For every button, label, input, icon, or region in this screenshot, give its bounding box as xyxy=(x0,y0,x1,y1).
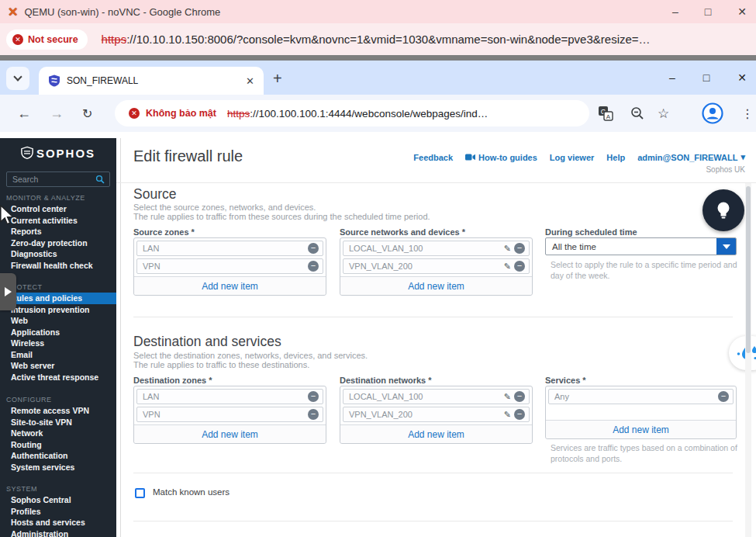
sidebar-search-input[interactable]: Search xyxy=(6,171,110,187)
add-new-item-button[interactable]: Add new item xyxy=(546,420,736,438)
source-zone-item[interactable]: LAN − xyxy=(136,241,323,256)
sidebar-item-rules-and-policies[interactable]: Rules and policies xyxy=(0,293,116,304)
edit-pencil-icon[interactable]: ✎ xyxy=(504,244,511,254)
menu-dots-icon[interactable]: ⋮ xyxy=(741,95,754,132)
sidebar-item-firewall-health-check[interactable]: Firewall health check xyxy=(0,260,116,272)
scrollbar-thumb[interactable] xyxy=(746,186,751,353)
nav-section-title: PROTECT xyxy=(0,282,116,293)
log-viewer-link[interactable]: Log viewer xyxy=(550,153,594,162)
howto-guides-label: How-to guides xyxy=(478,153,537,162)
novnc-control-handle[interactable] xyxy=(0,273,16,310)
edit-pencil-icon[interactable]: ✎ xyxy=(504,262,511,272)
zoom-out-icon[interactable] xyxy=(630,95,645,132)
remove-icon[interactable]: − xyxy=(514,261,525,272)
remove-icon[interactable]: − xyxy=(514,391,525,402)
destination-network-item[interactable]: LOCAL_VLAN_100 ✎− xyxy=(343,389,530,404)
destination-networks-box: LOCAL_VLAN_100 ✎− VPN_VLAN_200 ✎− Add ne… xyxy=(340,386,533,444)
tab-son-firewall[interactable]: SON_FIREWALL ✕ xyxy=(39,67,264,95)
edit-pencil-icon[interactable]: ✎ xyxy=(504,392,511,402)
howto-guides-link[interactable]: How-to guides xyxy=(465,153,537,162)
forward-icon[interactable]: → xyxy=(50,95,64,132)
handle-arrow-icon xyxy=(5,287,12,296)
service-item[interactable]: Any − xyxy=(548,389,734,404)
tips-fab-button[interactable] xyxy=(702,189,744,231)
add-new-item-button[interactable]: Add new item xyxy=(134,424,326,443)
match-known-users-label: Match known users xyxy=(153,487,230,497)
destination-network-item[interactable]: VPN_VLAN_200 ✎− xyxy=(343,407,530,422)
tab-close-icon[interactable]: ✕ xyxy=(246,75,254,87)
remove-icon[interactable]: − xyxy=(308,243,319,254)
sidebar-item-administration[interactable]: Administration xyxy=(0,528,116,537)
sidebar-item-email[interactable]: Email xyxy=(0,349,116,361)
sidebar-item-routing[interactable]: Routing xyxy=(0,439,116,451)
remove-icon[interactable]: − xyxy=(514,409,525,420)
sidebar-item-zero-day-protection[interactable]: Zero-day protection xyxy=(0,237,116,249)
remove-icon[interactable]: − xyxy=(308,261,319,272)
sidebar-item-wireless[interactable]: Wireless xyxy=(0,338,116,349)
url-rest: ://10.10.10.150:8006/?console=kvm&novnc=… xyxy=(126,33,650,46)
destination-zone-item[interactable]: VPN − xyxy=(136,407,323,422)
match-known-users-checkbox[interactable] xyxy=(135,488,145,498)
sidebar-item-applications[interactable]: Applications xyxy=(0,327,116,338)
bookmark-star-icon[interactable]: ☆ xyxy=(658,95,669,132)
sidebar-item-authentication[interactable]: Authentication xyxy=(0,450,116,462)
sidebar-item-active-threat-response[interactable]: Active threat response xyxy=(0,372,116,383)
sidebar-item-profiles[interactable]: Profiles xyxy=(0,506,116,518)
sophos-shield-icon xyxy=(21,146,33,160)
source-zone-item[interactable]: VPN − xyxy=(136,258,323,274)
sidebar-item-hosts-and-services[interactable]: Hosts and services xyxy=(0,517,116,528)
dropdown-arrow-icon[interactable] xyxy=(716,238,736,255)
inner-maximize-button[interactable]: □ xyxy=(703,71,709,84)
sidebar-item-site-to-site-vpn[interactable]: Site-to-site VPN xyxy=(0,417,116,428)
sidebar-item-reports[interactable]: Reports xyxy=(0,226,116,237)
source-network-item[interactable]: VPN_VLAN_200 ✎− xyxy=(343,258,530,274)
sidebar-item-remote-access-vpn[interactable]: Remote access VPN xyxy=(0,405,116,417)
sidebar-item-diagnostics[interactable]: Diagnostics xyxy=(0,248,116,260)
remove-icon[interactable]: − xyxy=(514,243,525,254)
item-label: VPN xyxy=(143,262,308,271)
inner-address-bar[interactable]: ✕ Không bảo mật https://100.100.100.1:44… xyxy=(115,100,589,126)
outer-not-secure-chip[interactable]: ✕ Not secure xyxy=(6,29,88,50)
help-link[interactable]: Help xyxy=(606,153,625,162)
remove-icon[interactable]: − xyxy=(308,391,319,402)
source-desc-1: Select the source zones, networks, and d… xyxy=(133,203,316,212)
add-new-item-button[interactable]: Add new item xyxy=(340,276,532,295)
services-box: Any − Add new item xyxy=(545,386,737,439)
profile-icon[interactable] xyxy=(701,95,724,132)
source-network-item[interactable]: LOCAL_VLAN_100 ✎− xyxy=(343,241,530,256)
edit-pencil-icon[interactable]: ✎ xyxy=(504,410,511,420)
schedule-dropdown[interactable]: All the time xyxy=(545,237,737,255)
toolbar-bottom-strip xyxy=(0,132,756,138)
outer-maximize-button[interactable]: □ xyxy=(705,5,711,18)
sidebar-item-current-activities[interactable]: Current activities xyxy=(0,215,116,227)
sidebar-item-system-services[interactable]: System services xyxy=(0,462,116,473)
reload-icon[interactable]: ↻ xyxy=(82,95,92,132)
new-tab-button[interactable]: + xyxy=(273,67,282,90)
sidebar-item-network[interactable]: Network xyxy=(0,428,116,439)
remove-icon[interactable]: − xyxy=(308,409,319,420)
services-label: Services * xyxy=(545,376,586,385)
item-label: Any xyxy=(554,392,718,401)
account-menu[interactable]: admin@SON_FIREWALL▾ xyxy=(637,152,745,162)
tab-search-button[interactable] xyxy=(6,67,29,90)
add-new-item-button[interactable]: Add new item xyxy=(340,424,532,443)
sidebar-item-web-server[interactable]: Web server xyxy=(0,360,116,372)
remove-icon[interactable]: − xyxy=(718,391,729,402)
translate-icon[interactable]: GA xyxy=(597,95,614,132)
inner-minimize-button[interactable]: – xyxy=(669,71,675,84)
destination-zone-item[interactable]: LAN − xyxy=(136,389,323,404)
add-new-item-button[interactable]: Add new item xyxy=(134,276,326,295)
sidebar-item-web[interactable]: Web xyxy=(0,315,116,327)
back-icon[interactable]: ← xyxy=(17,95,31,132)
sidebar-item-intrusion-prevention[interactable]: Intrusion prevention xyxy=(0,304,116,316)
svg-text:A: A xyxy=(606,113,611,120)
feedback-link[interactable]: Feedback xyxy=(413,153,453,162)
outer-titlebar: ✕ QEMU (son-win) - noVNC - Google Chrome… xyxy=(0,0,756,23)
schedule-label: During scheduled time xyxy=(545,227,637,237)
outer-minimize-button[interactable]: – xyxy=(672,5,678,18)
inner-close-button[interactable]: ✕ xyxy=(737,71,747,84)
outer-url-text[interactable]: https://10.10.10.150:8006/?console=kvm&n… xyxy=(102,33,651,46)
sidebar-item-sophos-central[interactable]: Sophos Central xyxy=(0,494,116,506)
sidebar-item-control-center[interactable]: Control center xyxy=(0,203,116,215)
outer-close-button[interactable]: ✕ xyxy=(737,5,747,18)
